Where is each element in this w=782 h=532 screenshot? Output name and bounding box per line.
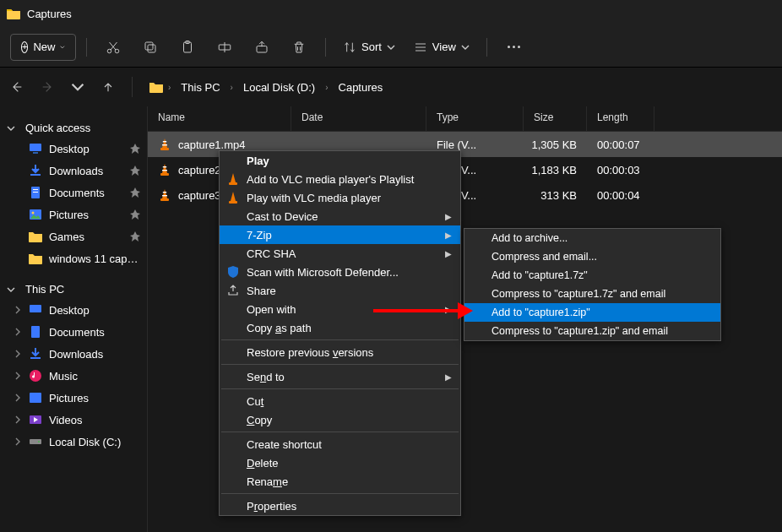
sidebar-item-pictures[interactable]: Pictures bbox=[0, 204, 147, 225]
recent-button[interactable] bbox=[71, 80, 84, 94]
svg-rect-2 bbox=[148, 45, 155, 52]
folder-icon bbox=[29, 252, 42, 265]
svg-rect-3 bbox=[145, 42, 153, 50]
context-submenu-7zip: Add to archive... Compress and email... … bbox=[464, 228, 721, 341]
sidebar-item-local-c[interactable]: Local Disk (C:) bbox=[0, 431, 147, 453]
new-button[interactable]: + New bbox=[10, 34, 76, 61]
paste-icon[interactable] bbox=[171, 32, 204, 62]
menu-item-open-with[interactable]: Open with▶ bbox=[220, 300, 460, 318]
chevron-right-icon: › bbox=[325, 83, 328, 92]
sidebar-item-videos[interactable]: Videos bbox=[0, 409, 147, 431]
column-size[interactable]: Size bbox=[524, 106, 587, 131]
svg-rect-30 bbox=[162, 170, 167, 171]
documents-icon bbox=[29, 325, 42, 339]
breadcrumb-item[interactable]: Captures bbox=[334, 79, 388, 95]
menu-item-compress-7z-email[interactable]: Compress to "capture1.7z" and email bbox=[464, 285, 720, 303]
chevron-down-icon bbox=[60, 45, 65, 50]
chevron-right-icon bbox=[14, 394, 22, 402]
delete-icon[interactable] bbox=[283, 32, 315, 62]
menu-item-play-vlc[interactable]: Play with VLC media player bbox=[220, 188, 460, 207]
vlc-icon bbox=[226, 172, 240, 186]
sidebar-item-downloads[interactable]: Downloads bbox=[0, 343, 147, 365]
sidebar-item-w11captures[interactable]: windows 11 captures bbox=[0, 247, 147, 269]
menu-item-7zip[interactable]: 7-Zip▶ bbox=[220, 225, 460, 244]
file-type: File (V... bbox=[437, 138, 476, 151]
svg-point-21 bbox=[30, 370, 41, 382]
menu-item-cut[interactable]: Cut bbox=[220, 392, 460, 410]
svg-rect-7 bbox=[257, 46, 267, 52]
menu-item-add-archive[interactable]: Add to archive... bbox=[464, 229, 720, 247]
view-icon bbox=[414, 41, 427, 54]
menu-item-add-zip[interactable]: Add to "capture1.zip" bbox=[464, 303, 720, 322]
sidebar-item-pictures[interactable]: Pictures bbox=[0, 387, 147, 409]
menu-item-restore[interactable]: Restore previous versions bbox=[220, 343, 460, 361]
sidebar-item-documents[interactable]: Documents bbox=[0, 182, 147, 204]
breadcrumb-item[interactable]: This PC bbox=[176, 79, 225, 95]
up-button[interactable] bbox=[101, 80, 115, 94]
menu-item-play[interactable]: Play bbox=[220, 151, 460, 170]
svg-rect-12 bbox=[33, 189, 38, 190]
column-type[interactable]: Type bbox=[426, 106, 524, 131]
pictures-icon bbox=[29, 391, 42, 404]
vlc-icon bbox=[158, 138, 171, 151]
share-icon bbox=[226, 284, 240, 297]
folder-icon bbox=[149, 81, 163, 93]
sidebar-this-pc[interactable]: This PC bbox=[0, 280, 147, 299]
sidebar-item-desktop[interactable]: Desktop bbox=[0, 138, 147, 160]
menu-item-copy[interactable]: Copy bbox=[220, 410, 460, 429]
sidebar-item-label: This PC bbox=[25, 283, 64, 296]
sidebar-item-label: Desktop bbox=[49, 143, 140, 155]
sidebar-item-games[interactable]: Games bbox=[0, 225, 147, 247]
cut-icon[interactable] bbox=[97, 32, 129, 62]
pin-icon bbox=[130, 209, 140, 220]
plus-icon: + bbox=[21, 41, 28, 53]
file-length: 00:00:03 bbox=[597, 164, 640, 176]
menu-item-compress-email[interactable]: Compress and email... bbox=[464, 247, 720, 266]
menu-item-rename[interactable]: Rename bbox=[220, 472, 460, 491]
column-name[interactable]: Name bbox=[148, 106, 291, 131]
menu-item-copy-as-path[interactable]: Copy as path bbox=[220, 318, 460, 337]
menu-item-delete[interactable]: Delete bbox=[220, 453, 460, 472]
file-length: 00:00:07 bbox=[597, 138, 640, 151]
breadcrumb-item[interactable]: Local Disk (D:) bbox=[238, 79, 320, 95]
vlc-icon bbox=[226, 191, 240, 204]
menu-item-properties[interactable]: Properties bbox=[220, 497, 460, 515]
menu-item-compress-zip-email[interactable]: Compress to "capture1.zip" and email bbox=[464, 322, 720, 340]
chevron-right-icon: › bbox=[168, 83, 171, 92]
sidebar-item-music[interactable]: Music bbox=[0, 365, 147, 387]
sidebar-item-label: Desktop bbox=[49, 304, 140, 317]
sort-button[interactable]: Sort bbox=[336, 37, 402, 57]
menu-item-cast[interactable]: Cast to Device▶ bbox=[220, 207, 460, 225]
submenu-arrow-icon: ▶ bbox=[445, 305, 452, 314]
desktop-icon bbox=[29, 142, 42, 155]
sidebar-item-label: Local Disk (C:) bbox=[49, 436, 140, 448]
menu-item-share[interactable]: Share bbox=[220, 281, 460, 300]
view-button[interactable]: View bbox=[407, 37, 476, 57]
svg-rect-8 bbox=[30, 144, 41, 151]
column-date[interactable]: Date bbox=[291, 106, 426, 131]
sidebar-item-label: Pictures bbox=[49, 209, 140, 221]
context-menu: Play Add to VLC media player's Playlist … bbox=[219, 150, 461, 516]
menu-item-add-7z[interactable]: Add to "capture1.7z" bbox=[464, 266, 720, 285]
more-button[interactable] bbox=[497, 46, 530, 48]
menu-item-defender[interactable]: Scan with Microsoft Defender... bbox=[220, 263, 460, 281]
sidebar-item-desktop[interactable]: Desktop bbox=[0, 299, 147, 321]
sidebar-item-label: Documents bbox=[49, 326, 140, 339]
menu-item-add-vlc-playlist[interactable]: Add to VLC media player's Playlist bbox=[220, 170, 460, 188]
rename-icon[interactable] bbox=[209, 32, 241, 62]
sidebar-item-label: Pictures bbox=[49, 392, 140, 404]
sidebar-item-downloads[interactable]: Downloads bbox=[0, 160, 147, 182]
menu-item-send-to[interactable]: Send to▶ bbox=[220, 367, 460, 386]
menu-item-crc[interactable]: CRC SHA▶ bbox=[220, 244, 460, 263]
sidebar-item-documents[interactable]: Documents bbox=[0, 321, 147, 343]
back-button[interactable] bbox=[10, 80, 24, 94]
chevron-down-icon bbox=[461, 43, 470, 52]
sidebar-quick-access[interactable]: Quick access bbox=[0, 118, 147, 138]
column-length[interactable]: Length bbox=[587, 106, 654, 131]
chevron-right-icon bbox=[14, 306, 22, 314]
menu-item-create-shortcut[interactable]: Create shortcut bbox=[220, 435, 460, 453]
copy-icon[interactable] bbox=[134, 32, 166, 62]
chevron-right-icon bbox=[14, 328, 22, 336]
forward-button[interactable] bbox=[41, 80, 54, 94]
share-icon[interactable] bbox=[246, 32, 278, 62]
